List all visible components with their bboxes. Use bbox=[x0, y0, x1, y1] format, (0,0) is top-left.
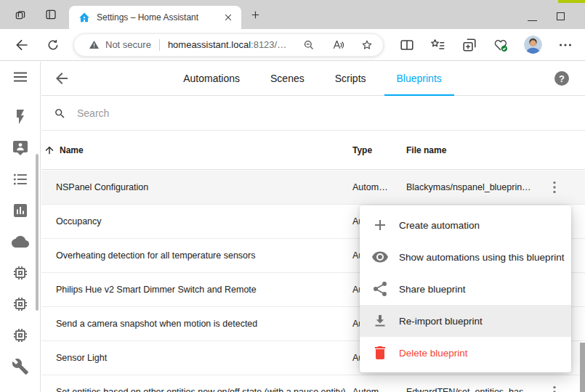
help-icon[interactable]: ? bbox=[554, 71, 569, 86]
menu-item-re-import-blueprint[interactable]: Re-import blueprint bbox=[360, 305, 571, 337]
menu-item-label: Delete blueprint bbox=[399, 348, 468, 359]
search-icon bbox=[54, 107, 66, 120]
share-icon bbox=[371, 280, 389, 298]
window-maximize-button[interactable] bbox=[557, 12, 565, 20]
search-row bbox=[41, 97, 585, 131]
menu-item-label: Create automation bbox=[399, 220, 480, 231]
menu-item-create-automation[interactable]: Create automation bbox=[360, 209, 571, 241]
more-options-icon[interactable] bbox=[557, 37, 573, 53]
row-file: Blackymas/nspanel_blueprin… bbox=[406, 182, 546, 192]
row-name: Set entities based on other entities new… bbox=[41, 387, 352, 392]
table-row[interactable]: Set entities based on other entities new… bbox=[41, 375, 585, 392]
read-aloud-icon[interactable] bbox=[331, 38, 344, 52]
ha-sidebar bbox=[0, 62, 41, 392]
zoom-out-icon[interactable] bbox=[302, 38, 315, 52]
favorites-icon[interactable] bbox=[430, 37, 446, 53]
column-header-file[interactable]: File name bbox=[406, 145, 546, 155]
list-icon[interactable] bbox=[12, 171, 29, 188]
blueprint-context-menu: Create automationShow automations using … bbox=[360, 205, 571, 372]
ha-header: AutomationsScenesScriptsBlueprints ? bbox=[41, 62, 585, 96]
tab-blueprints[interactable]: Blueprints bbox=[384, 62, 454, 96]
column-header-type[interactable]: Type bbox=[352, 145, 406, 155]
row-overflow-menu-icon[interactable] bbox=[546, 179, 563, 196]
menu-item-label: Share blueprint bbox=[399, 284, 466, 295]
browser-tab[interactable]: Settings – Home Assistant bbox=[69, 6, 241, 29]
column-header-name[interactable]: Name bbox=[41, 144, 352, 156]
collections-icon[interactable] bbox=[461, 37, 477, 53]
menu-hamburger-icon[interactable] bbox=[12, 68, 29, 86]
browser-essentials-icon[interactable] bbox=[493, 37, 509, 53]
tab-scripts[interactable]: Scripts bbox=[323, 62, 379, 96]
profile-avatar[interactable] bbox=[524, 36, 542, 54]
screen-edge-artifact bbox=[558, 0, 585, 3]
vertical-tabs-icon[interactable] bbox=[44, 8, 57, 21]
refresh-icon[interactable] bbox=[46, 38, 60, 52]
url-path[interactable]: :8123/… bbox=[251, 39, 286, 50]
row-name: NSPanel Configuration bbox=[41, 182, 352, 192]
row-file: EdwardTEN/set_entities_bas… bbox=[406, 387, 546, 392]
table-row[interactable]: NSPanel ConfigurationAutom…Blackymas/nsp… bbox=[41, 171, 585, 205]
browser-back-icon[interactable] bbox=[14, 37, 30, 53]
bar-chart-icon[interactable] bbox=[12, 202, 29, 219]
menu-item-label: Re-import blueprint bbox=[399, 316, 483, 327]
menu-item-show-automations-using-this-blueprint[interactable]: Show automations using this blueprint bbox=[360, 241, 571, 273]
not-secure-warning-icon[interactable] bbox=[89, 39, 100, 50]
row-type: Autom… bbox=[352, 182, 406, 192]
row-name: Sensor Light bbox=[41, 353, 352, 363]
lightning-bolt-icon[interactable] bbox=[12, 108, 29, 126]
row-type: Autom… bbox=[352, 387, 406, 392]
row-overflow-menu-icon[interactable] bbox=[546, 383, 563, 392]
sidebar-scrollbar[interactable] bbox=[36, 154, 39, 311]
chip-icon[interactable] bbox=[12, 264, 29, 282]
sort-ascending-icon bbox=[44, 144, 55, 156]
table-header: Name Type File name bbox=[41, 131, 585, 170]
menu-item-delete-blueprint[interactable]: Delete blueprint bbox=[360, 337, 571, 369]
chip-icon[interactable] bbox=[12, 327, 29, 344]
row-name: Send a camera snapshot when motion is de… bbox=[41, 319, 352, 329]
tab-close-icon[interactable] bbox=[223, 12, 233, 23]
browser-toolbar: Not secure homeassistant.local :8123/… bbox=[0, 29, 585, 61]
tab-stack-icon[interactable] bbox=[14, 8, 27, 21]
download-icon bbox=[371, 312, 389, 330]
home-assistant-favicon bbox=[78, 12, 90, 23]
row-name: Overheating detection for all temperatur… bbox=[41, 250, 352, 261]
row-name: Occupancy bbox=[41, 216, 352, 226]
search-input[interactable] bbox=[76, 107, 439, 120]
menu-item-label: Show automations using this blueprint bbox=[399, 252, 564, 263]
window-minimize-button[interactable] bbox=[528, 20, 537, 21]
split-screen-icon[interactable] bbox=[399, 37, 415, 53]
cloud-icon[interactable] bbox=[12, 233, 29, 250]
row-name: Philips Hue v2 Smart Dimmer Switch and R… bbox=[41, 285, 352, 295]
page-scrollbar[interactable] bbox=[580, 343, 585, 392]
tab-scenes[interactable]: Scenes bbox=[258, 62, 317, 96]
tab-title: Settings – Home Assistant bbox=[97, 12, 223, 23]
url-divider bbox=[159, 39, 160, 51]
eye-icon bbox=[371, 248, 389, 266]
tab-automations[interactable]: Automations bbox=[171, 62, 252, 96]
address-bar[interactable]: Not secure homeassistant.local :8123/… bbox=[73, 33, 384, 57]
chip-icon[interactable] bbox=[12, 295, 29, 313]
url-host[interactable]: homeassistant.local bbox=[168, 39, 251, 50]
ha-back-icon[interactable] bbox=[53, 70, 70, 87]
browser-tab-strip: Settings – Home Assistant bbox=[0, 0, 585, 29]
new-tab-button[interactable] bbox=[250, 9, 261, 20]
wrench-icon[interactable] bbox=[12, 358, 29, 375]
security-label[interactable]: Not secure bbox=[105, 39, 151, 50]
person-badge-icon[interactable] bbox=[12, 139, 29, 157]
favorite-star-icon[interactable] bbox=[360, 38, 374, 52]
toolbar-right-icons bbox=[384, 36, 573, 54]
trash-icon bbox=[371, 344, 389, 362]
nav-tabs: AutomationsScenesScriptsBlueprints bbox=[70, 62, 554, 96]
plus-icon bbox=[371, 216, 389, 234]
menu-item-share-blueprint[interactable]: Share blueprint bbox=[360, 273, 571, 305]
